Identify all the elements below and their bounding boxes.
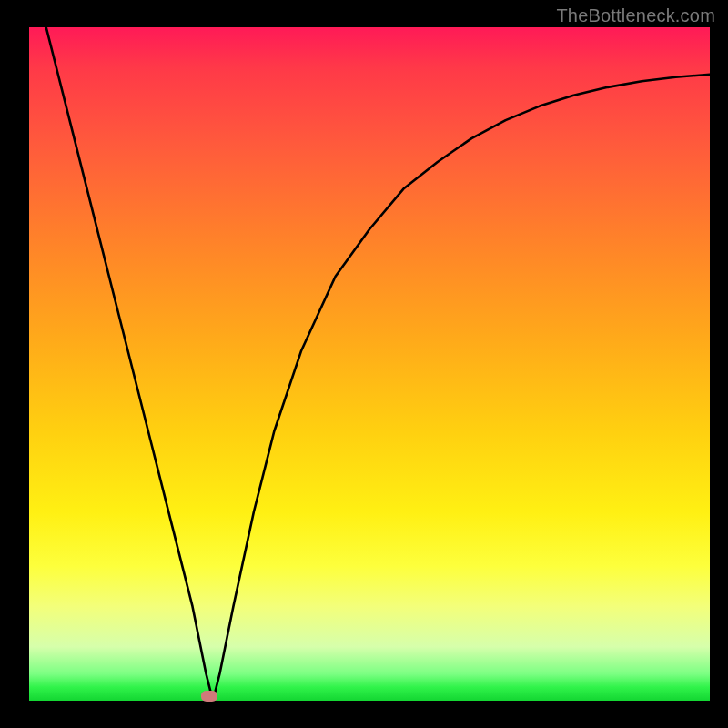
- watermark-text: TheBottleneck.com: [556, 5, 715, 26]
- minimum-marker: [201, 691, 217, 702]
- bottleneck-curve: [29, 27, 710, 701]
- chart-frame: TheBottleneck.com: [0, 0, 728, 728]
